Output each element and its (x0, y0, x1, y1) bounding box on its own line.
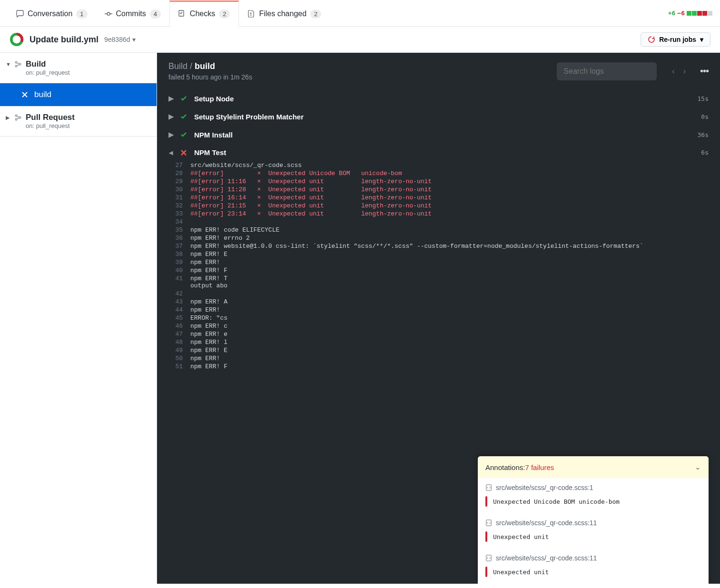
line-number: 28 (157, 170, 190, 177)
rerun-jobs-button[interactable]: Re-run jobs ▾ (641, 32, 710, 47)
svg-point-10 (19, 63, 21, 65)
annotation-message: Unexpected unit (493, 568, 549, 576)
line-number: 38 (157, 251, 190, 258)
code-file-icon (485, 484, 492, 491)
log-line: 44npm ERR! (157, 306, 720, 314)
line-number: 42 (157, 290, 190, 297)
line-number: 36 (157, 235, 190, 242)
line-text (190, 290, 709, 297)
x-icon (21, 91, 29, 98)
tab-label: Conversation (28, 10, 72, 18)
line-number: 44 (157, 306, 190, 314)
workflow-trigger: on: pull_request (26, 122, 75, 129)
chevron-down-icon: ⌄ (695, 463, 701, 471)
line-text: npm ERR! E (190, 347, 709, 354)
line-number: 39 (157, 259, 190, 266)
line-text: npm ERR! (190, 355, 709, 362)
error-bar (485, 531, 487, 542)
tab-counter: 2 (310, 10, 321, 19)
line-text: npm ERR! code ELIFECYCLE (190, 226, 709, 234)
line-number: 47 (157, 331, 190, 338)
line-number: 30 (157, 186, 190, 193)
log-nav-arrows: ‹ › (672, 67, 686, 76)
tab-conversation[interactable]: Conversation 1 (8, 0, 96, 26)
workflow-name: Build (26, 59, 70, 69)
caret-down-icon: ▼ (6, 59, 10, 67)
tab-commits[interactable]: Commits 4 (96, 0, 169, 26)
x-icon (180, 149, 187, 157)
checks-header: Update build.yml 9e8386d ▾ Re-run jobs ▾ (0, 27, 720, 53)
line-text: ERROR: "cs (190, 314, 709, 322)
line-number: 27 (157, 162, 190, 169)
error-bar (485, 496, 487, 507)
workflow-build[interactable]: ▼ Build on: pull_request (0, 53, 157, 83)
log-line: 46npm ERR! c (157, 322, 720, 330)
line-number: 33 (157, 210, 190, 217)
step-name: NPM Install (194, 131, 698, 139)
log-line: 45ERROR: "cs (157, 314, 720, 322)
check-icon (180, 131, 187, 138)
annotations-label: Annotations: (485, 463, 525, 471)
search-logs-input[interactable] (557, 62, 657, 80)
annotations-panel: Annotations: 7 failures ⌄ src/website/sc… (478, 456, 709, 584)
step-row[interactable]: ▶Setup Node15s (157, 89, 720, 108)
diffstat[interactable]: +6 −6 (668, 10, 712, 17)
annotation-item[interactable]: src/website/scss/_qr-code.scss:11 Unexpe… (478, 549, 709, 584)
deletions-count: −6 (677, 10, 685, 17)
tab-checks[interactable]: Checks 2 (169, 0, 239, 27)
line-text (190, 218, 709, 225)
caret-right-icon: ▶ (6, 113, 10, 121)
tab-files-changed[interactable]: Files changed 2 (239, 0, 330, 26)
log-line: 27src/website/scss/_qr-code.scss (157, 161, 720, 169)
annotation-message: Unexpected unit (493, 533, 549, 540)
line-text: npm ERR! A (190, 298, 709, 305)
commit-sha-dropdown[interactable]: 9e8386d ▾ (104, 36, 136, 43)
step-row[interactable]: ▶Setup Stylelint Problem Matcher0s (157, 108, 720, 126)
checklist-icon (178, 10, 186, 18)
line-text: ##[error] 11:28 × Unexpected unit length… (190, 186, 709, 193)
step-name: NPM Test (194, 148, 701, 157)
log-line: 31##[error] 16:14 × Unexpected unit leng… (157, 194, 720, 202)
line-text: npm ERR! l (190, 339, 709, 346)
annotations-header[interactable]: Annotations: 7 failures ⌄ (478, 456, 709, 478)
line-text: npm ERR! website@1.0.0 css-lint: `stylel… (190, 243, 709, 250)
file-diff-icon (247, 10, 255, 18)
caret-icon: ▼ (168, 150, 176, 156)
line-number: 41 (157, 275, 190, 289)
code-file-icon (485, 519, 492, 526)
annotation-item[interactable]: src/website/scss/_qr-code.scss:1 Unexpec… (478, 478, 709, 513)
caret-icon: ▶ (168, 130, 174, 139)
log-line: 49npm ERR! E (157, 346, 720, 354)
svg-point-0 (107, 12, 110, 15)
line-text: npm ERR! F (190, 267, 709, 274)
log-line: 34 (157, 218, 720, 226)
step-row[interactable]: ▶NPM Install36s (157, 126, 720, 144)
tab-counter: 2 (219, 10, 230, 19)
log-line: 39npm ERR! (157, 258, 720, 266)
workflow-pull-request[interactable]: ▶ Pull Request on: pull_request (0, 106, 157, 137)
prev-arrow-icon[interactable]: ‹ (672, 67, 674, 76)
annotation-item[interactable]: src/website/scss/_qr-code.scss:11 Unexpe… (478, 513, 709, 549)
step-duration: 6s (701, 149, 709, 156)
log-header: Build / build failed 5 hours ago in 1m 2… (157, 53, 720, 89)
log-line: 28##[error] × Unexpected Unicode BOM uni… (157, 169, 720, 177)
step-duration: 15s (698, 95, 709, 102)
kebab-menu-icon[interactable]: ••• (700, 66, 709, 77)
step-row[interactable]: ▼NPM Test6s (157, 144, 720, 161)
workflow-name: Pull Request (26, 113, 75, 122)
job-build[interactable]: build (0, 83, 157, 106)
svg-point-13 (19, 117, 21, 118)
line-text: npm ERR! errno 2 (190, 235, 709, 242)
log-line: 32##[error] 21:15 × Unexpected unit leng… (157, 202, 720, 210)
next-arrow-icon[interactable]: › (683, 67, 686, 76)
commit-icon (105, 10, 112, 18)
line-number: 40 (157, 267, 190, 274)
line-text: npm ERR! T output abo (190, 275, 709, 289)
job-name: build (34, 90, 51, 99)
tab-counter: 4 (150, 10, 161, 19)
check-icon (180, 113, 187, 120)
line-number: 32 (157, 202, 190, 209)
additions-count: +6 (668, 10, 676, 17)
line-number: 46 (157, 323, 190, 330)
log-line: 38npm ERR! E (157, 250, 720, 258)
